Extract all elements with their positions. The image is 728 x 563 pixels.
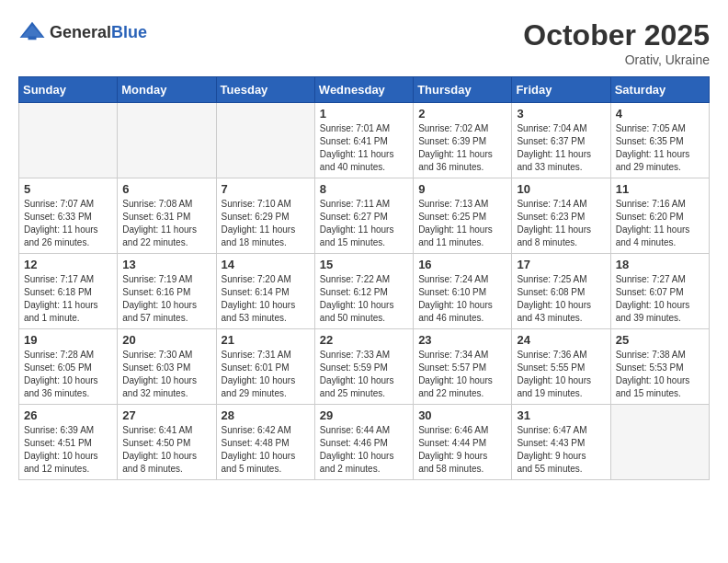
day-info: Sunrise: 7:28 AM Sunset: 6:05 PM Dayligh… bbox=[24, 349, 112, 400]
weekday-header-saturday: Saturday bbox=[610, 77, 709, 103]
calendar-day-30: 30Sunrise: 6:46 AM Sunset: 4:44 PM Dayli… bbox=[414, 405, 512, 480]
day-number: 3 bbox=[517, 107, 605, 121]
day-info: Sunrise: 7:16 AM Sunset: 6:20 PM Dayligh… bbox=[616, 198, 704, 249]
day-info: Sunrise: 6:44 AM Sunset: 4:46 PM Dayligh… bbox=[320, 424, 408, 476]
weekday-header-row: SundayMondayTuesdayWednesdayThursdayFrid… bbox=[19, 77, 710, 103]
location-subtitle: Orativ, Ukraine bbox=[523, 52, 710, 67]
day-number: 26 bbox=[24, 408, 112, 422]
svg-marker-1 bbox=[21, 26, 43, 39]
day-number: 19 bbox=[24, 333, 112, 347]
day-number: 16 bbox=[418, 258, 506, 271]
day-info: Sunrise: 7:07 AM Sunset: 6:33 PM Dayligh… bbox=[24, 198, 112, 249]
calendar-week-row: 26Sunrise: 6:39 AM Sunset: 4:51 PM Dayli… bbox=[19, 405, 710, 480]
day-number: 25 bbox=[616, 333, 704, 347]
calendar-day-28: 28Sunrise: 6:42 AM Sunset: 4:48 PM Dayli… bbox=[216, 405, 314, 480]
day-number: 17 bbox=[517, 258, 605, 271]
calendar-empty-cell bbox=[610, 405, 709, 480]
svg-rect-2 bbox=[28, 37, 37, 40]
day-number: 10 bbox=[517, 182, 605, 196]
calendar-day-3: 3Sunrise: 7:04 AM Sunset: 6:37 PM Daylig… bbox=[512, 103, 610, 178]
calendar-day-7: 7Sunrise: 7:10 AM Sunset: 6:29 PM Daylig… bbox=[216, 178, 314, 254]
day-number: 4 bbox=[616, 107, 704, 121]
day-number: 5 bbox=[24, 182, 112, 196]
day-info: Sunrise: 7:19 AM Sunset: 6:16 PM Dayligh… bbox=[122, 273, 210, 325]
logo-general-text: General bbox=[50, 23, 111, 42]
calendar-day-13: 13Sunrise: 7:19 AM Sunset: 6:16 PM Dayli… bbox=[118, 254, 216, 329]
weekday-header-thursday: Thursday bbox=[414, 77, 512, 103]
logo-icon bbox=[18, 18, 46, 46]
day-info: Sunrise: 6:47 AM Sunset: 4:43 PM Dayligh… bbox=[517, 424, 605, 476]
calendar-week-row: 12Sunrise: 7:17 AM Sunset: 6:18 PM Dayli… bbox=[19, 254, 710, 329]
logo-blue-text: Blue bbox=[111, 23, 147, 42]
day-number: 20 bbox=[122, 333, 210, 347]
page-header: General Blue October 2025 Orativ, Ukrain… bbox=[18, 18, 710, 67]
day-number: 27 bbox=[122, 408, 210, 422]
day-number: 29 bbox=[320, 408, 408, 422]
logo: General Blue bbox=[18, 18, 147, 46]
weekday-header-tuesday: Tuesday bbox=[216, 77, 314, 103]
calendar-day-8: 8Sunrise: 7:11 AM Sunset: 6:27 PM Daylig… bbox=[314, 178, 413, 254]
calendar-day-5: 5Sunrise: 7:07 AM Sunset: 6:33 PM Daylig… bbox=[19, 178, 118, 254]
day-info: Sunrise: 7:20 AM Sunset: 6:14 PM Dayligh… bbox=[222, 273, 310, 325]
logo-text: General Blue bbox=[50, 23, 147, 42]
calendar-day-9: 9Sunrise: 7:13 AM Sunset: 6:25 PM Daylig… bbox=[414, 178, 512, 254]
calendar-week-row: 5Sunrise: 7:07 AM Sunset: 6:33 PM Daylig… bbox=[19, 178, 710, 254]
day-info: Sunrise: 7:24 AM Sunset: 6:10 PM Dayligh… bbox=[418, 273, 506, 325]
day-info: Sunrise: 7:10 AM Sunset: 6:29 PM Dayligh… bbox=[222, 198, 310, 249]
calendar-day-12: 12Sunrise: 7:17 AM Sunset: 6:18 PM Dayli… bbox=[19, 254, 118, 329]
day-number: 15 bbox=[320, 258, 408, 271]
day-info: Sunrise: 7:31 AM Sunset: 6:01 PM Dayligh… bbox=[222, 349, 310, 400]
calendar-day-20: 20Sunrise: 7:30 AM Sunset: 6:03 PM Dayli… bbox=[118, 329, 216, 405]
calendar-day-16: 16Sunrise: 7:24 AM Sunset: 6:10 PM Dayli… bbox=[414, 254, 512, 329]
day-number: 6 bbox=[122, 182, 210, 196]
calendar-day-6: 6Sunrise: 7:08 AM Sunset: 6:31 PM Daylig… bbox=[118, 178, 216, 254]
day-number: 7 bbox=[222, 182, 310, 196]
day-info: Sunrise: 6:41 AM Sunset: 4:50 PM Dayligh… bbox=[122, 424, 210, 476]
calendar-day-25: 25Sunrise: 7:38 AM Sunset: 5:53 PM Dayli… bbox=[610, 329, 709, 405]
day-info: Sunrise: 7:30 AM Sunset: 6:03 PM Dayligh… bbox=[122, 349, 210, 400]
calendar-day-2: 2Sunrise: 7:02 AM Sunset: 6:39 PM Daylig… bbox=[414, 103, 512, 178]
day-info: Sunrise: 7:08 AM Sunset: 6:31 PM Dayligh… bbox=[122, 198, 210, 249]
day-number: 9 bbox=[418, 182, 506, 196]
day-number: 24 bbox=[517, 333, 605, 347]
day-number: 11 bbox=[616, 182, 704, 196]
day-number: 8 bbox=[320, 182, 408, 196]
calendar-day-19: 19Sunrise: 7:28 AM Sunset: 6:05 PM Dayli… bbox=[19, 329, 118, 405]
day-info: Sunrise: 7:25 AM Sunset: 6:08 PM Dayligh… bbox=[517, 273, 605, 325]
day-info: Sunrise: 7:33 AM Sunset: 5:59 PM Dayligh… bbox=[320, 349, 408, 400]
calendar-day-11: 11Sunrise: 7:16 AM Sunset: 6:20 PM Dayli… bbox=[610, 178, 709, 254]
calendar-day-18: 18Sunrise: 7:27 AM Sunset: 6:07 PM Dayli… bbox=[610, 254, 709, 329]
calendar-empty-cell bbox=[216, 103, 314, 178]
day-info: Sunrise: 7:27 AM Sunset: 6:07 PM Dayligh… bbox=[616, 273, 704, 325]
calendar-day-1: 1Sunrise: 7:01 AM Sunset: 6:41 PM Daylig… bbox=[314, 103, 413, 178]
calendar-empty-cell bbox=[19, 103, 118, 178]
day-number: 18 bbox=[616, 258, 704, 271]
weekday-header-monday: Monday bbox=[118, 77, 216, 103]
weekday-header-friday: Friday bbox=[512, 77, 610, 103]
day-number: 23 bbox=[418, 333, 506, 347]
day-info: Sunrise: 7:11 AM Sunset: 6:27 PM Dayligh… bbox=[320, 198, 408, 249]
day-number: 12 bbox=[24, 258, 112, 271]
weekday-header-sunday: Sunday bbox=[19, 77, 118, 103]
calendar-day-15: 15Sunrise: 7:22 AM Sunset: 6:12 PM Dayli… bbox=[314, 254, 413, 329]
day-info: Sunrise: 7:05 AM Sunset: 6:35 PM Dayligh… bbox=[616, 122, 704, 174]
day-info: Sunrise: 7:04 AM Sunset: 6:37 PM Dayligh… bbox=[517, 122, 605, 174]
calendar-day-10: 10Sunrise: 7:14 AM Sunset: 6:23 PM Dayli… bbox=[512, 178, 610, 254]
day-info: Sunrise: 6:39 AM Sunset: 4:51 PM Dayligh… bbox=[24, 424, 112, 476]
calendar-day-4: 4Sunrise: 7:05 AM Sunset: 6:35 PM Daylig… bbox=[610, 103, 709, 178]
day-number: 14 bbox=[222, 258, 310, 271]
calendar-day-23: 23Sunrise: 7:34 AM Sunset: 5:57 PM Dayli… bbox=[414, 329, 512, 405]
day-number: 2 bbox=[418, 107, 506, 121]
calendar-day-27: 27Sunrise: 6:41 AM Sunset: 4:50 PM Dayli… bbox=[118, 405, 216, 480]
day-number: 28 bbox=[222, 408, 310, 422]
calendar-day-21: 21Sunrise: 7:31 AM Sunset: 6:01 PM Dayli… bbox=[216, 329, 314, 405]
calendar-day-17: 17Sunrise: 7:25 AM Sunset: 6:08 PM Dayli… bbox=[512, 254, 610, 329]
calendar-empty-cell bbox=[118, 103, 216, 178]
calendar-table: SundayMondayTuesdayWednesdayThursdayFrid… bbox=[18, 76, 710, 480]
day-number: 1 bbox=[320, 107, 408, 121]
day-info: Sunrise: 7:34 AM Sunset: 5:57 PM Dayligh… bbox=[418, 349, 506, 400]
day-info: Sunrise: 7:13 AM Sunset: 6:25 PM Dayligh… bbox=[418, 198, 506, 249]
calendar-day-14: 14Sunrise: 7:20 AM Sunset: 6:14 PM Dayli… bbox=[216, 254, 314, 329]
day-number: 31 bbox=[517, 408, 605, 422]
weekday-header-wednesday: Wednesday bbox=[314, 77, 413, 103]
